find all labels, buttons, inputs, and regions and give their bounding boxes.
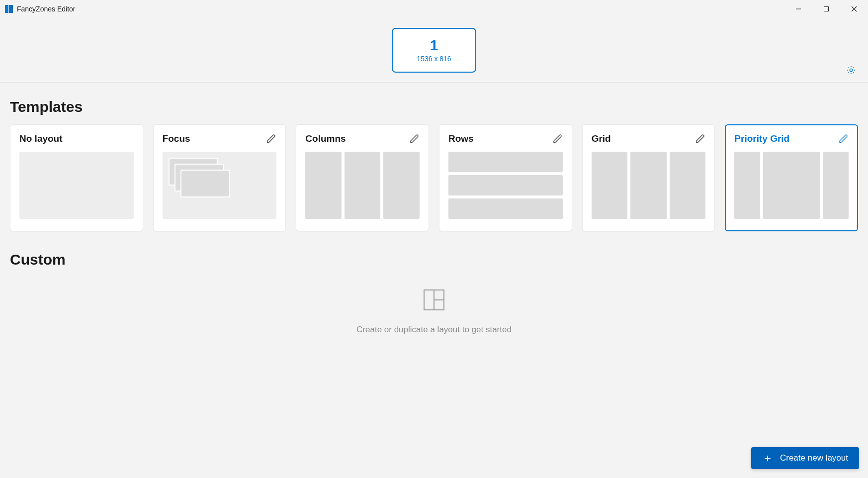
templates-heading: Templates <box>10 98 858 115</box>
monitor-card[interactable]: 1 1536 x 816 <box>392 28 476 73</box>
custom-empty-state: Create or duplicate a layout to get star… <box>10 288 858 335</box>
plus-icon: ＋ <box>762 453 773 464</box>
template-rows[interactable]: Rows <box>439 124 572 231</box>
settings-button[interactable] <box>844 63 858 77</box>
svg-point-6 <box>850 69 852 71</box>
template-title: No layout <box>19 133 63 144</box>
monitor-index: 1 <box>430 38 438 53</box>
pencil-icon[interactable] <box>839 134 849 144</box>
template-focus[interactable]: Focus <box>153 124 286 231</box>
template-preview <box>19 152 134 221</box>
template-preview <box>592 152 706 221</box>
templates-grid: No layout Focus <box>10 124 858 231</box>
minimize-button[interactable] <box>784 0 812 18</box>
content: Templates No layout Focus <box>0 83 868 335</box>
template-preview <box>448 152 563 221</box>
titlebar: FancyZones Editor <box>0 0 868 18</box>
template-title: Priority Grid <box>734 133 789 144</box>
svg-rect-0 <box>5 5 8 13</box>
app-icon <box>5 5 13 13</box>
window-controls <box>784 0 868 18</box>
maximize-button[interactable] <box>812 0 840 18</box>
template-title: Columns <box>305 133 346 144</box>
pencil-icon[interactable] <box>695 134 705 144</box>
custom-empty-message: Create or duplicate a layout to get star… <box>356 325 512 335</box>
template-priority-grid[interactable]: Priority Grid <box>725 124 858 231</box>
template-preview <box>734 152 849 221</box>
template-no-layout[interactable]: No layout <box>10 124 143 231</box>
create-new-layout-label: Create new layout <box>780 453 848 463</box>
window-title: FancyZones Editor <box>17 5 76 13</box>
pencil-icon[interactable] <box>266 134 276 144</box>
svg-rect-3 <box>824 7 829 11</box>
template-title: Grid <box>592 133 611 144</box>
template-title: Rows <box>448 133 474 144</box>
custom-heading: Custom <box>10 251 858 268</box>
template-title: Focus <box>163 133 190 144</box>
svg-rect-1 <box>9 5 13 13</box>
pencil-icon[interactable] <box>553 134 563 144</box>
monitor-resolution: 1536 x 816 <box>417 55 451 63</box>
layout-icon <box>422 288 446 314</box>
create-new-layout-button[interactable]: ＋ Create new layout <box>751 447 859 469</box>
template-columns[interactable]: Columns <box>296 124 429 231</box>
template-grid[interactable]: Grid <box>582 124 715 231</box>
close-button[interactable] <box>840 0 868 18</box>
template-preview <box>163 152 277 221</box>
pencil-icon[interactable] <box>410 134 420 144</box>
template-preview <box>305 152 420 221</box>
monitor-header: 1 1536 x 816 <box>0 18 868 83</box>
